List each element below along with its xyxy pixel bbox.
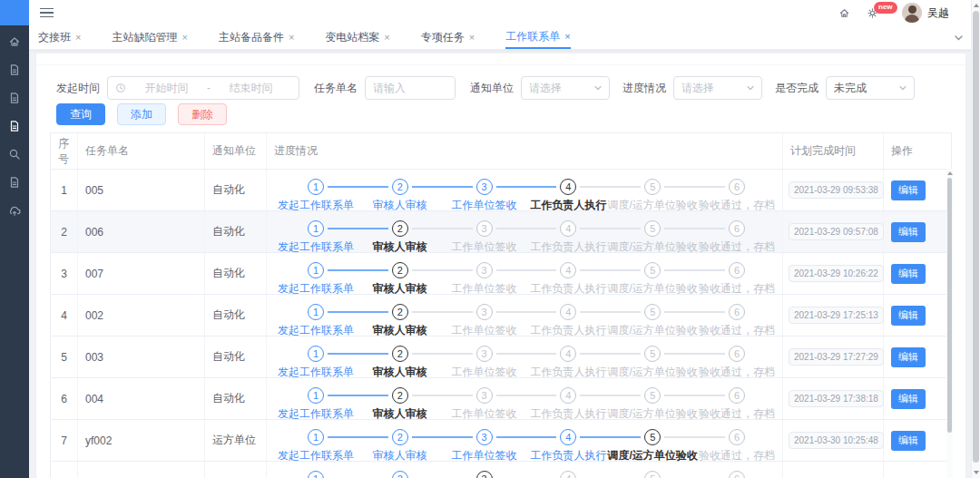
tab-list-chevron-down-icon[interactable] xyxy=(954,25,964,49)
sidebar-item-document-5[interactable] xyxy=(0,168,29,196)
step-circle: 1 xyxy=(308,387,324,404)
step-label: 验收通过，存档 xyxy=(699,448,775,463)
sidebar-item-document-2[interactable] xyxy=(0,83,29,112)
tab-close-icon[interactable]: × xyxy=(75,32,81,43)
plan-time-value: 2021-03-30 10:25:48 xyxy=(789,432,884,449)
tab[interactable]: 主站备品备件 × xyxy=(219,25,294,49)
delete-button[interactable]: 删除 xyxy=(178,103,227,125)
step-circle: 1 xyxy=(308,262,324,278)
step-connector xyxy=(412,353,473,355)
step-circle: 1 xyxy=(308,471,324,478)
plan-time-value: 2021-03-29 10:26:22 xyxy=(789,265,884,282)
step-circle: 4 xyxy=(560,179,576,195)
tab[interactable]: 交接班 × xyxy=(38,25,81,49)
step-connector xyxy=(328,395,388,396)
hamburger-menu-icon[interactable] xyxy=(40,8,54,18)
step-label: 调度/运方单位验收 xyxy=(608,198,698,213)
step-circle: 3 xyxy=(476,471,493,478)
app-window: new 吴越 交接班 × 主站缺陷管理 × 主站备品备件 × 变电站档案 × 专… xyxy=(0,0,980,478)
edit-button[interactable]: 编辑 xyxy=(891,347,926,367)
notify-unit-select[interactable]: 请选择 xyxy=(521,76,610,100)
user-name[interactable]: 吴越 xyxy=(927,5,949,21)
step-circle: 6 xyxy=(729,304,745,320)
step-label: 工作负责人执行 xyxy=(530,448,606,463)
page-scrollbar-thumb[interactable] xyxy=(973,11,979,463)
edit-button[interactable]: 编辑 xyxy=(891,264,926,284)
step-5: 5调度/运方单位验收 xyxy=(644,304,729,320)
notify-unit-placeholder: 请选择 xyxy=(529,81,562,96)
scroll-up-arrow-icon[interactable] xyxy=(947,171,953,175)
scroll-down-arrow-icon[interactable] xyxy=(974,471,979,474)
sidebar-item-home-0[interactable] xyxy=(0,27,29,55)
progress-select[interactable]: 请选择 xyxy=(673,76,762,100)
tab[interactable]: 工作联系单 × xyxy=(505,25,570,49)
topbar-right: new 吴越 xyxy=(838,3,949,23)
step-label: 发起工作联系单 xyxy=(278,448,354,463)
step-5: 5调度/运方单位验收 xyxy=(644,429,729,445)
edit-button[interactable]: 编辑 xyxy=(891,389,926,409)
table-row: 1 005 自动化 1发起工作联系单2审核人审核3工作单位签收4工作负责人执行5… xyxy=(51,170,951,211)
tab-close-icon[interactable]: × xyxy=(181,32,187,43)
step-label: 调度/运方单位验收 xyxy=(608,448,698,463)
home-icon xyxy=(8,35,21,48)
row-task-name: 006 xyxy=(85,226,103,239)
tab-label: 主站备品备件 xyxy=(219,30,284,45)
sidebar-item-search-4[interactable] xyxy=(0,140,29,168)
table-scrollbar-thumb[interactable] xyxy=(947,178,952,433)
task-name-input[interactable] xyxy=(365,76,456,100)
tab[interactable]: 变电站档案 × xyxy=(325,25,389,49)
edit-button[interactable]: 编辑 xyxy=(891,180,926,200)
edit-button[interactable]: 编辑 xyxy=(891,222,926,242)
step-connector xyxy=(412,395,473,396)
step-circle: 3 xyxy=(476,387,493,404)
tab[interactable]: 主站缺陷管理 × xyxy=(112,25,187,49)
tab-close-icon[interactable]: × xyxy=(384,32,389,43)
step-label: 工作单位签收 xyxy=(452,323,517,338)
search-button[interactable]: 查询 xyxy=(56,103,105,125)
date-range-picker[interactable]: 开始时间 - 结束时间 xyxy=(107,76,299,100)
step-circle: 3 xyxy=(476,429,493,445)
table-row: 1发起工作联系单2审核人审核3工作单位签收4工作负责人执行5调度/运方单位验收6… xyxy=(51,462,951,478)
action-buttons: 查询 添加 删除 xyxy=(56,103,952,125)
edit-button[interactable]: 编辑 xyxy=(891,306,926,326)
row-seq: 7 xyxy=(61,434,67,447)
step-circle: 4 xyxy=(560,304,576,320)
sidebar-item-cloud-upload-6[interactable] xyxy=(0,196,29,224)
step-connector xyxy=(580,269,641,271)
chevron-down-icon xyxy=(593,83,603,93)
sidebar-item-document-1[interactable] xyxy=(0,55,29,83)
step-circle: 5 xyxy=(644,429,661,445)
step-3: 3工作单位签收 xyxy=(476,304,561,320)
document-icon xyxy=(8,176,21,189)
add-button[interactable]: 添加 xyxy=(117,103,166,125)
plan-time-value: 2021-03-29 17:25:13 xyxy=(789,307,884,324)
step-label: 工作单位签收 xyxy=(452,406,517,422)
sidebar-menu xyxy=(0,25,29,224)
user-avatar[interactable] xyxy=(902,3,922,23)
tab-close-icon[interactable]: × xyxy=(289,32,294,43)
step-4: 4工作负责人执行 xyxy=(560,304,644,320)
step-connector xyxy=(580,228,641,229)
step-circle: 4 xyxy=(560,346,576,362)
edit-button[interactable]: 编辑 xyxy=(891,431,926,451)
settings-gear-icon[interactable]: new xyxy=(867,7,878,19)
step-label: 工作单位签收 xyxy=(452,448,517,463)
step-label: 调度/运方单位验收 xyxy=(608,365,698,380)
home-icon[interactable] xyxy=(838,7,850,19)
step-label: 验收通过，存档 xyxy=(699,198,775,213)
step-circle: 1 xyxy=(308,429,324,445)
document-icon xyxy=(8,63,21,76)
tab-close-icon[interactable]: × xyxy=(564,31,570,42)
scroll-up-arrow-icon[interactable] xyxy=(974,4,979,7)
date-end-placeholder: 结束时间 xyxy=(211,81,291,96)
step-5: 5调度/运方单位验收 xyxy=(644,179,729,195)
step-connector xyxy=(328,353,388,355)
page-content: 发起时间 开始时间 - 结束时间 任务单名 通知单位 请选择 进度情况 xyxy=(29,50,980,478)
completed-select[interactable]: 未完成 xyxy=(826,76,915,100)
tab-close-icon[interactable]: × xyxy=(469,32,475,43)
sidebar-item-document-3[interactable] xyxy=(0,112,29,140)
tab-label: 工作联系单 xyxy=(505,29,560,44)
step-connector xyxy=(328,311,388,313)
tab[interactable]: 专项任务 × xyxy=(421,25,475,49)
step-label: 工作单位签收 xyxy=(452,239,517,255)
